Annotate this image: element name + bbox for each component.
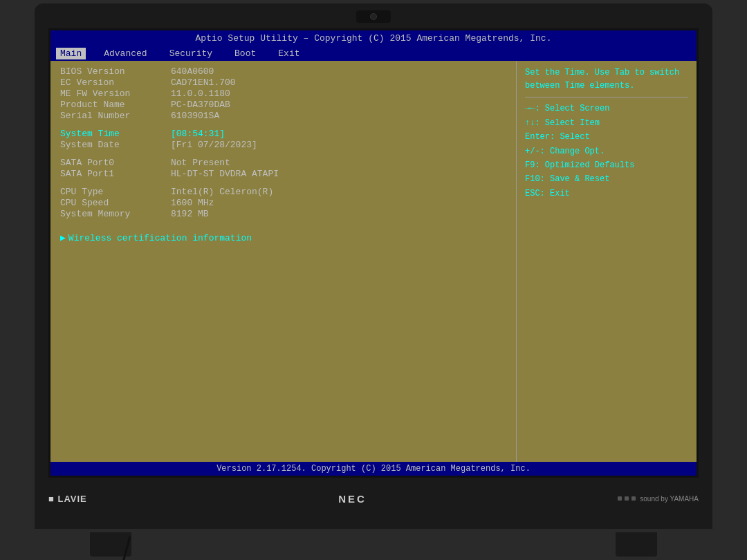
shortcuts-text: →←: Select Screen ↑↓: Select Item Enter:… <box>525 102 688 200</box>
webcam-lens <box>370 13 377 20</box>
bios-footer: Version 2.17.1254. Copyright (C) 2015 Am… <box>50 462 697 476</box>
dot-2 <box>625 496 629 501</box>
wireless-row[interactable]: ▶ Wireless certification information <box>60 232 506 243</box>
system-date-value: [Fri 07/28/2023] <box>171 140 257 150</box>
help-divider <box>525 97 688 97</box>
brand-right-area: sound by YAMAHA <box>618 495 699 503</box>
me-fw-version-label: ME FW Version <box>60 88 171 99</box>
monitor-outer: Aptio Setup Utility – Copyright (C) 2015… <box>35 3 712 529</box>
system-date-row: System Date [Fri 07/28/2023] <box>60 140 506 150</box>
system-memory-label: System Memory <box>60 209 171 219</box>
ec-version-value: CAD71EN1.700 <box>171 77 236 88</box>
brand-lavie-text: ■ LAVIE <box>48 494 87 504</box>
ec-version-label: EC Version <box>60 77 171 88</box>
dot-3 <box>631 496 636 501</box>
monitor-stand <box>35 529 712 557</box>
help-text: Set the Time. Use Tab to switch between … <box>525 66 688 93</box>
monitor-bottom-bar: ■ LAVIE NEC sound by YAMAHA <box>35 478 712 519</box>
cpu-type-value: Intel(R) Celeron(R) <box>171 187 273 197</box>
wireless-arrow-icon: ▶ <box>60 232 66 243</box>
serial-number-label: Serial Number <box>60 111 171 121</box>
bios-right-panel: Set the Time. Use Tab to switch between … <box>517 61 697 462</box>
me-fw-version-value: 11.0.0.1180 <box>171 88 230 99</box>
system-memory-row: System Memory 8192 MB <box>60 209 506 219</box>
serial-number-value: 6103901SA <box>171 111 219 121</box>
bios-title: Aptio Setup Utility – Copyright (C) 2015… <box>196 33 552 44</box>
indicator-dots <box>618 496 636 501</box>
yamaha-brand: sound by YAMAHA <box>640 495 699 503</box>
bios-version-label: BIOS Version <box>60 66 171 77</box>
ec-version-row: EC Version CAD71EN1.700 <box>60 77 506 88</box>
shortcut-enter: Enter: Select <box>525 130 688 144</box>
wireless-label: Wireless certification information <box>68 233 252 243</box>
menu-item-security[interactable]: Security <box>165 48 216 59</box>
menu-item-boot[interactable]: Boot <box>230 48 260 59</box>
webcam <box>356 10 391 23</box>
cpu-speed-label: CPU Speed <box>60 198 171 208</box>
cpu-type-row: CPU Type Intel(R) Celeron(R) <box>60 187 506 197</box>
menu-item-main[interactable]: Main <box>56 48 86 59</box>
shortcut-select-item: ↑↓: Select Item <box>525 116 688 130</box>
cpu-speed-row: CPU Speed 1600 MHz <box>60 198 506 208</box>
shortcut-save-reset: F10: Save & Reset <box>525 172 688 186</box>
system-date-label: System Date <box>60 140 171 150</box>
bios-content: BIOS Version 640A0600 EC Version CAD71EN… <box>50 61 697 462</box>
bios-screen: Aptio Setup Utility – Copyright (C) 2015… <box>50 30 697 476</box>
sata-port0-value: Not Present <box>171 158 230 168</box>
bios-footer-text: Version 2.17.1254. Copyright (C) 2015 Am… <box>216 464 531 474</box>
shortcut-esc-exit: ESC: Exit <box>525 187 688 200</box>
bios-left-panel: BIOS Version 640A0600 EC Version CAD71EN… <box>50 61 517 462</box>
shortcut-change-opt: +/-: Change Opt. <box>525 144 688 158</box>
menu-item-exit[interactable]: Exit <box>274 48 304 59</box>
cpu-speed-value: 1600 MHz <box>171 198 214 208</box>
product-name-row: Product Name PC-DA370DAB <box>60 100 506 110</box>
system-time-row[interactable]: System Time [08:54:31] <box>60 129 506 139</box>
bios-version-value: 640A0600 <box>171 66 214 77</box>
bios-menu-bar: Main Advanced Security Boot Exit <box>50 46 697 61</box>
menu-item-advanced[interactable]: Advanced <box>100 48 151 59</box>
sata-port1-row: SATA Port1 HL-DT-ST DVDRA ATAPI <box>60 169 506 179</box>
sata-port0-row: SATA Port0 Not Present <box>60 158 506 168</box>
product-name-value: PC-DA370DAB <box>171 100 230 110</box>
brand-nec: NEC <box>338 493 367 505</box>
monitor: Aptio Setup Utility – Copyright (C) 2015… <box>35 3 712 557</box>
system-time-value[interactable]: [08:54:31] <box>171 129 225 139</box>
bios-version-row: BIOS Version 640A0600 <box>60 66 506 77</box>
bios-title-bar: Aptio Setup Utility – Copyright (C) 2015… <box>50 30 697 46</box>
cpu-type-label: CPU Type <box>60 187 171 197</box>
sata-port1-value: HL-DT-ST DVDRA ATAPI <box>171 169 279 179</box>
shortcut-optimized-defaults: F9: Optimized Defaults <box>525 158 688 172</box>
system-memory-value: 8192 MB <box>171 209 209 219</box>
serial-number-row: Serial Number 6103901SA <box>60 111 506 121</box>
sata-port0-label: SATA Port0 <box>60 158 171 168</box>
brand-lavie: ■ LAVIE <box>48 494 87 504</box>
dot-1 <box>618 496 622 501</box>
me-fw-version-row: ME FW Version 11.0.0.1180 <box>60 88 506 99</box>
shortcut-select-screen: →←: Select Screen <box>525 102 688 115</box>
product-name-label: Product Name <box>60 100 171 110</box>
sata-port1-label: SATA Port1 <box>60 169 171 179</box>
system-time-label: System Time <box>60 129 171 139</box>
screen-bezel: Aptio Setup Utility – Copyright (C) 2015… <box>48 28 699 478</box>
stand-leg-right <box>616 532 657 557</box>
